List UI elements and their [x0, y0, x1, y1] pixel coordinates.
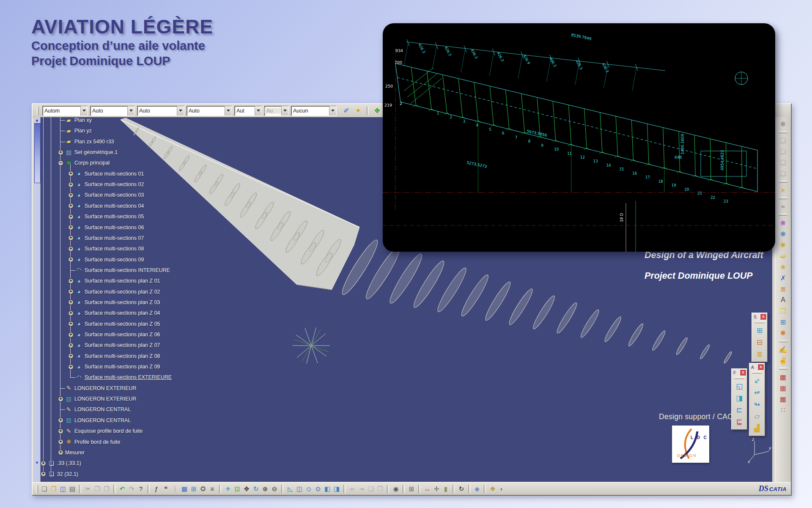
expand-icon[interactable]: +: [68, 235, 74, 241]
tree-doc-icon[interactable]: ⊞: [778, 316, 789, 327]
paint-box-icon[interactable]: ◨: [734, 392, 745, 404]
help-pointer-icon[interactable]: ?: [136, 484, 145, 494]
dots-grid-icon[interactable]: ∷: [778, 404, 789, 415]
update-icon[interactable]: ↻: [457, 484, 466, 494]
camera-icon[interactable]: ◉: [391, 484, 401, 494]
expand-icon[interactable]: +: [68, 353, 74, 359]
red-grid-2-icon[interactable]: ▦: [778, 382, 789, 393]
expand-icon[interactable]: +: [68, 278, 74, 284]
save-icon[interactable]: ◫: [58, 484, 68, 494]
rotate-icon[interactable]: ↻: [251, 484, 261, 494]
chevron-down-icon[interactable]: [177, 106, 184, 115]
inertia-icon[interactable]: ▮: [441, 484, 450, 494]
doc-gray-2-icon[interactable]: ❏: [778, 146, 789, 157]
cam-box-icon[interactable]: ◱: [734, 380, 745, 392]
tree-item[interactable]: +◕Surface multi-sections plan Z 07: [68, 340, 160, 350]
chevron-down-icon[interactable]: [80, 106, 88, 115]
redo-icon[interactable]: ↷: [127, 484, 136, 494]
new-document-icon[interactable]: ❑: [40, 484, 49, 494]
tree-item-label[interactable]: .33 (.33.1): [57, 460, 81, 466]
close-icon[interactable]: x: [760, 313, 767, 320]
doc-arrow-icon[interactable]: ➫: [778, 250, 789, 261]
tree-item-label[interactable]: Surface multi-sections EXTERIEURE: [85, 374, 172, 380]
quad-view-icon[interactable]: ◫: [295, 484, 304, 494]
tree-scrollbar[interactable]: ▲ ▼: [34, 117, 41, 482]
filter-combo-5[interactable]: Aut: [234, 106, 262, 116]
tree-item[interactable]: ▰Plan zx 5490 r33: [65, 137, 114, 147]
tree-item-label[interactable]: Surface multi-sections plan Z 04: [85, 310, 160, 316]
tree-item-label[interactable]: 32 (32.1): [57, 471, 78, 477]
toolbar-grip[interactable]: [36, 485, 38, 493]
prev-view-icon[interactable]: ↞: [348, 484, 357, 494]
scroll-down-icon[interactable]: ▼: [34, 461, 40, 465]
star-arrow-icon[interactable]: ✯: [778, 261, 789, 272]
tree-item[interactable]: ◠Surface multi-sections INTERIEURE: [75, 265, 170, 275]
measure-item-icon[interactable]: ✛: [432, 484, 441, 494]
chevron-down-icon[interactable]: [329, 106, 336, 115]
expand-icon[interactable]: +: [58, 396, 63, 402]
knowledge-icon[interactable]: ◆: [472, 484, 482, 494]
tree-item-label[interactable]: Surface multi-sections plan Z 07: [85, 342, 160, 348]
tree-item-label[interactable]: Surface multi-sections plan Z 03: [85, 299, 160, 305]
paint-surface-icon[interactable]: ✐: [341, 105, 352, 116]
filter-combo-6[interactable]: Au: [264, 106, 289, 116]
tree-item[interactable]: −❋Corps principal: [58, 158, 110, 168]
tree-item-label[interactable]: Surface multi-sections 06: [85, 225, 144, 231]
open-folder-icon[interactable]: ❒: [49, 484, 58, 494]
expand-icon[interactable]: +: [68, 343, 74, 348]
expand-icon[interactable]: +: [68, 310, 74, 316]
gears-icon[interactable]: ❋: [778, 118, 789, 129]
expand-icon[interactable]: +: [58, 450, 63, 455]
fit-all-icon[interactable]: ⊡: [233, 484, 242, 494]
tree-item-label[interactable]: LONGERON EXTERIEUR: [74, 385, 137, 391]
view-tree-icon[interactable]: ⊟: [754, 336, 765, 348]
comment-icon[interactable]: ❝: [161, 484, 170, 494]
tree-item-label[interactable]: Surface multi-sections 03: [85, 192, 144, 198]
expand-icon[interactable]: +: [68, 182, 74, 187]
formula-icon[interactable]: ƒ: [152, 484, 161, 494]
tree-item[interactable]: +◕Surface multi-sections 02: [68, 179, 144, 189]
expand-icon[interactable]: +: [68, 246, 74, 252]
cursor-icon[interactable]: ➤: [778, 184, 789, 195]
list-arrow-icon[interactable]: ≣: [778, 283, 789, 294]
surface-pick-icon[interactable]: ▱: [752, 410, 763, 422]
smart-pick-icon[interactable]: ➣: [778, 201, 789, 212]
workbench-icon[interactable]: ▟: [752, 422, 763, 434]
tree-item-label[interactable]: Surface multi-sections plan Z 01: [85, 278, 160, 284]
loop-arrow-icon[interactable]: ↬: [752, 398, 763, 410]
gear-copy-icon[interactable]: ❋: [778, 239, 789, 250]
tree-item[interactable]: +◕Surface multi-sections plan Z 06: [68, 330, 160, 340]
filter-combo-7[interactable]: Aucun: [291, 106, 337, 116]
cylinder-view-icon[interactable]: ⊙: [313, 484, 323, 494]
tree-item[interactable]: +❏32 (32.1): [41, 469, 78, 479]
world-icon[interactable]: ◐: [497, 484, 507, 494]
tree-item-label[interactable]: Mesurer: [65, 450, 85, 456]
tree-item[interactable]: +◕Surface multi-sections 03: [68, 190, 144, 200]
filter-combo-3[interactable]: Auto: [137, 106, 184, 116]
tree-item-label[interactable]: LONGERON EXTERIEUR: [74, 396, 137, 402]
tree-item[interactable]: +Mesurer: [58, 448, 85, 458]
doc-gray-4-icon[interactable]: ❏: [778, 168, 789, 179]
next-view-icon[interactable]: ↠: [357, 484, 366, 494]
tree-item-label[interactable]: Profile bord de fuite: [74, 439, 120, 445]
tree-item-label[interactable]: Plan yz: [74, 128, 92, 134]
fly-icon[interactable]: ✈: [223, 484, 233, 494]
tree-item[interactable]: +◕Surface multi-sections 06: [68, 222, 144, 233]
tree-item[interactable]: +❋Profile bord de fuite: [58, 437, 120, 447]
structure-icon[interactable]: ⊞: [189, 484, 198, 494]
copy-view-icon[interactable]: ❏: [366, 484, 376, 494]
red-grid-3-icon[interactable]: ▦: [778, 393, 789, 404]
catalog-icon[interactable]: ❖: [488, 484, 497, 494]
red-grid-1-icon[interactable]: ▦: [778, 371, 789, 382]
tree-item-label[interactable]: Surface multi-sections 02: [85, 181, 144, 187]
close-icon[interactable]: x: [757, 364, 764, 371]
tree-item[interactable]: +◕Surface multi-sections 09: [68, 255, 144, 265]
tree-item[interactable]: +◕Surface multi-sections plan Z 09: [68, 362, 160, 372]
expand-icon[interactable]: +: [58, 439, 63, 445]
collapse-icon[interactable]: −: [58, 160, 63, 166]
pen-cross-icon[interactable]: ✗: [778, 272, 789, 283]
expand-icon[interactable]: +: [41, 471, 46, 477]
gear-orange-icon[interactable]: ❋: [778, 327, 789, 338]
options-dots-icon[interactable]: ⋮: [170, 484, 180, 494]
expand-icon[interactable]: +: [68, 289, 74, 294]
